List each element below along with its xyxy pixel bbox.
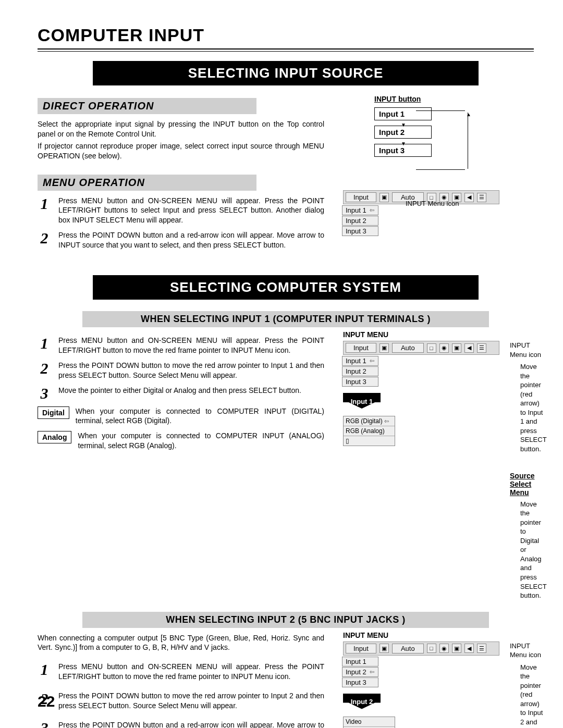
source-select-title: Source Select Menu — [510, 472, 546, 497]
toolbar-icon: □ — [427, 343, 436, 353]
menu-tab-input: Input — [346, 644, 376, 653]
input2-intro: When connecting a computer output [5 BNC… — [38, 633, 324, 653]
source-select-menu: RGB (Digital) ⇦ RGB (Analog) ▯ — [343, 416, 395, 446]
source-row: Video — [344, 717, 395, 727]
step-number: 3 — [38, 386, 51, 401]
step-number: 1 — [38, 196, 51, 226]
input-button-title: INPUT button — [374, 95, 534, 103]
menu-tab-input: Input — [346, 343, 376, 353]
onscreen-menu: Input ▣ Auto □ ◉ ▣ ◀ ☰ — [343, 341, 499, 355]
input1-step2: Press the POINT DOWN button to move the … — [58, 361, 324, 380]
callout-move-pointer: Move the pointer (red arrow) to Input 1 … — [520, 362, 546, 453]
cycle-item: Input 2 — [374, 126, 432, 139]
subsection-direct-operation: DIRECT OPERATION — [38, 98, 256, 114]
callout-input-menu-icon: INPUT Menu icon — [510, 641, 546, 660]
menu-op-step2: Press the POINT DOWN button and a red-ar… — [58, 230, 324, 250]
menu-row: Input 3 — [342, 226, 378, 236]
toolbar-icon: ▣ — [452, 343, 461, 353]
callout-move-pointer: Move the pointer (red arrow) to Input 2 … — [520, 663, 546, 728]
toolbar-icon: ▣ — [452, 644, 461, 653]
input-menu-title: INPUT MENU — [343, 631, 546, 639]
direct-op-p2: If projector cannot reproduce proper ima… — [38, 141, 324, 161]
cycle-item: Input 1 — [374, 107, 432, 120]
source-row-icon: ▯ — [344, 436, 395, 446]
page-title: COMPUTER INPUT — [38, 25, 534, 45]
menu-row: Input 1 — [342, 657, 378, 667]
step-number: 1 — [38, 662, 51, 682]
toolbar-icon: □ — [427, 644, 436, 653]
callout-input-menu-icon: INPUT Menu icon — [510, 341, 546, 359]
toolbar-icon: ◀ — [464, 193, 474, 202]
step-number: 2 — [38, 361, 51, 380]
analog-text: When your computer is connected to COMPU… — [78, 431, 324, 451]
toolbar-icon: ☰ — [477, 644, 486, 653]
input-cycle-diagram: Input 1 ▼ Input 2 ▼ Input 3 ▲ — [374, 107, 479, 157]
menu-row: Input 2 — [342, 366, 378, 376]
source-select-menu: Video Y,Pb/Cb,Pr/Cr RGB ⇦ ▯ — [343, 717, 395, 728]
input1-step3: Move the pointer to either Digital or An… — [58, 386, 324, 401]
step-number: 3 — [38, 720, 51, 728]
menu-icon: ▣ — [380, 193, 389, 202]
toolbar-icon: ☰ — [477, 193, 486, 202]
pointer-icon: ⇦ — [384, 418, 389, 424]
digital-text: When your computer is connected to COMPU… — [76, 406, 324, 426]
menu-icon: ▣ — [380, 644, 389, 653]
input2-step1: Press MENU button and ON-SCREEN MENU wil… — [58, 662, 324, 682]
section-selecting-computer-system: SELECTING COMPUTER SYSTEM — [93, 275, 479, 300]
cycle-item: Input 3 — [374, 144, 432, 157]
menu-tab-auto: Auto — [392, 343, 424, 353]
down-arrow-label: Input 2 — [343, 694, 381, 709]
menu-row: Input 2 — [342, 216, 378, 226]
input2-step2: Press the POINT DOWN button to move the … — [58, 691, 324, 711]
menu-op-screenshot: Input ▣ Auto □ ◉ ▣ ◀ ☰ Input 1⇦ Input 2 … — [343, 188, 534, 237]
section-selecting-input-source: SELECTING INPUT SOURCE — [93, 61, 479, 85]
toolbar-icon: ◉ — [439, 343, 449, 353]
pointer-icon: ⇦ — [370, 669, 374, 675]
menu-tab-input: Input — [346, 192, 376, 202]
direct-op-p1: Select the appropriate input signal by p… — [38, 119, 324, 139]
callout-source-select: Move the pointer to Digital or Analog an… — [520, 500, 546, 600]
toolbar-icon: ◀ — [464, 343, 474, 353]
subsection-when-input1: WHEN SELECTING INPUT 1 (COMPUTER INPUT T… — [82, 311, 489, 327]
page-number: 22 — [38, 693, 55, 710]
menu-icon: ▣ — [380, 343, 389, 353]
toolbar-icon: ◉ — [439, 644, 449, 653]
onscreen-menu: Input ▣ Auto □ ◉ ▣ ◀ ☰ — [343, 641, 499, 656]
toolbar-icon: ☰ — [477, 343, 486, 353]
menu-tab-auto: Auto — [392, 644, 424, 653]
pointer-icon: ⇦ — [370, 207, 374, 214]
menu-row: Input 1⇦ — [342, 356, 378, 366]
toolbar-icon: ◀ — [464, 644, 474, 653]
down-arrow-label: Input 1 — [343, 393, 381, 409]
step-number: 1 — [38, 336, 51, 355]
title-divider — [38, 48, 534, 52]
arrow-up-icon: ▲ — [466, 112, 471, 117]
pointer-icon: ⇦ — [370, 357, 374, 364]
step-number: 2 — [38, 230, 51, 250]
menu-row: Input 2⇦ — [342, 667, 378, 677]
tag-analog: Analog — [38, 431, 71, 443]
menu-row: Input 1⇦ — [342, 205, 378, 215]
source-row: RGB (Digital) ⇦ — [344, 416, 395, 426]
input2-step3: Press the POINT DOWN button and a red-ar… — [58, 720, 324, 728]
tag-digital: Digital — [38, 406, 69, 419]
subsection-menu-operation: MENU OPERATION — [38, 175, 256, 191]
input-menu-title: INPUT MENU — [343, 330, 546, 339]
menu-row: Input 3 — [342, 377, 378, 387]
input1-step1: Press MENU button and ON-SCREEN MENU wil… — [58, 336, 324, 355]
subsection-when-input2: WHEN SELECTING INPUT 2 (5 BNC INPUT JACK… — [82, 612, 489, 628]
menu-op-step1: Press MENU button and ON-SCREEN MENU wil… — [58, 196, 324, 226]
source-row: RGB (Analog) — [344, 426, 395, 436]
menu-row: Input 3 — [342, 677, 378, 687]
